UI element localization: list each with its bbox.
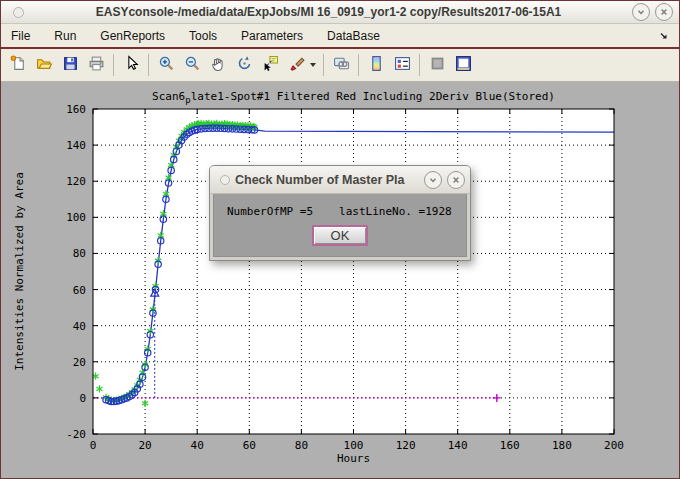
tear-off-arrow-icon — [659, 31, 669, 41]
menu-file[interactable]: File — [9, 27, 32, 45]
svg-text:140: 140 — [448, 439, 468, 452]
close-button[interactable] — [655, 3, 673, 21]
dialog-titlebar[interactable]: Check Number of Master Pla — [210, 166, 470, 194]
brush-dropdown-caret-icon[interactable] — [310, 63, 316, 67]
show-plot-tools-icon — [455, 55, 472, 76]
toolbar-separator — [323, 54, 324, 76]
svg-text:100: 100 — [66, 211, 86, 224]
new-document-button[interactable] — [5, 52, 31, 78]
svg-text:-20: -20 — [66, 428, 86, 441]
check-master-plates-dialog: Check Number of Master Pla NumberOfMP =5… — [209, 165, 471, 261]
svg-text:180: 180 — [552, 439, 572, 452]
dialog-info-line: NumberOfMP =5 lastLineNo. =1928 — [214, 194, 466, 218]
toolbar-separator — [148, 54, 149, 76]
hide-plot-tools-button[interactable] — [424, 52, 450, 78]
menu-genreports[interactable]: GenReports — [98, 27, 167, 45]
close-x-icon — [451, 175, 461, 185]
save-floppy-icon — [62, 55, 79, 76]
svg-text:Intensities Normalized by Area: Intensities Normalized by Area — [13, 172, 26, 371]
minimize-button[interactable] — [632, 3, 650, 21]
svg-text:80: 80 — [73, 247, 86, 260]
last-line-no-value: lastLineNo. =1928 — [339, 205, 452, 218]
dialog-title: Check Number of Master Pla — [235, 173, 419, 187]
svg-text:Scan6plate1-Spot#1 Filtered Re: Scan6plate1-Spot#1 Filtered Red Includin… — [152, 90, 555, 105]
rotate-3d-button[interactable] — [231, 52, 257, 78]
show-plot-tools-button[interactable] — [450, 52, 476, 78]
colorbar-icon — [368, 55, 385, 76]
svg-text:160: 160 — [500, 439, 520, 452]
close-x-icon — [659, 7, 669, 17]
number-of-mp-value: NumberOfMP =5 — [227, 205, 313, 218]
rotate-3d-icon — [236, 55, 253, 76]
dialog-body: NumberOfMP =5 lastLineNo. =1928 OK — [213, 194, 467, 257]
window-titlebar: EASYconsole-/media/data/ExpJobs/MI 16_09… — [1, 1, 679, 24]
printer-icon — [88, 55, 105, 76]
menu-run[interactable]: Run — [52, 27, 78, 45]
data-cursor-icon — [262, 55, 279, 76]
svg-text:60: 60 — [243, 439, 256, 452]
svg-text:0: 0 — [79, 392, 86, 405]
svg-text:100: 100 — [344, 439, 364, 452]
new-document-icon — [10, 55, 27, 76]
growth-curve-chart: 020406080100120140160180200-200204060801… — [1, 82, 680, 479]
easyconsole-window: EASYconsole-/media/data/ExpJobs/MI 16_09… — [0, 0, 680, 479]
legend-icon — [394, 55, 411, 76]
menu-tools[interactable]: Tools — [187, 27, 219, 45]
zoom-out-icon — [184, 55, 201, 76]
toolbar-separator — [358, 54, 359, 76]
menu-bar: File Run GenReports Tools Parameters Dat… — [1, 24, 679, 49]
svg-text:120: 120 — [66, 175, 86, 188]
zoom-in-icon — [158, 55, 175, 76]
open-folder-icon — [36, 55, 53, 76]
toolbar-separator — [113, 54, 114, 76]
ok-button[interactable]: OK — [312, 225, 368, 246]
hide-plot-tools-icon — [429, 55, 446, 76]
window-menu-icon[interactable] — [13, 7, 24, 18]
insert-legend-button[interactable] — [389, 52, 415, 78]
svg-text:0: 0 — [90, 439, 97, 452]
pan-button[interactable] — [205, 52, 231, 78]
dialog-minimize-button[interactable] — [424, 171, 442, 189]
link-plot-button[interactable] — [328, 52, 354, 78]
svg-text:40: 40 — [191, 439, 204, 452]
edit-plot-button[interactable] — [118, 52, 144, 78]
menu-database[interactable]: DataBase — [325, 27, 382, 45]
svg-text:120: 120 — [396, 439, 416, 452]
dialog-menu-icon[interactable] — [220, 175, 230, 185]
insert-colorbar-button[interactable] — [363, 52, 389, 78]
svg-text:200: 200 — [604, 439, 624, 452]
menu-parameters[interactable]: Parameters — [239, 27, 305, 45]
data-cursor-button[interactable] — [257, 52, 283, 78]
dialog-close-button[interactable] — [447, 171, 465, 189]
zoom-out-button[interactable] — [179, 52, 205, 78]
open-file-button[interactable] — [31, 52, 57, 78]
zoom-in-button[interactable] — [153, 52, 179, 78]
figure-toolbar — [1, 49, 679, 82]
link-plot-icon — [333, 55, 350, 76]
chevron-down-icon — [428, 175, 438, 185]
chevron-down-icon — [636, 7, 646, 17]
brush-data-button[interactable] — [283, 52, 309, 78]
svg-text:Hours: Hours — [337, 452, 370, 465]
svg-text:140: 140 — [66, 139, 86, 152]
svg-text:80: 80 — [295, 439, 308, 452]
print-button[interactable] — [83, 52, 109, 78]
save-button[interactable] — [57, 52, 83, 78]
svg-text:20: 20 — [138, 439, 151, 452]
brush-icon — [288, 55, 305, 76]
svg-text:160: 160 — [66, 103, 86, 116]
hand-icon — [210, 55, 227, 76]
svg-text:60: 60 — [73, 284, 86, 297]
window-title: EASYconsole-/media/data/ExpJobs/MI 16_09… — [30, 5, 627, 19]
figure-canvas: 020406080100120140160180200-200204060801… — [1, 82, 679, 479]
svg-text:20: 20 — [73, 356, 86, 369]
toolbar-separator — [419, 54, 420, 76]
arrow-cursor-icon — [123, 55, 140, 76]
svg-text:40: 40 — [73, 320, 86, 333]
